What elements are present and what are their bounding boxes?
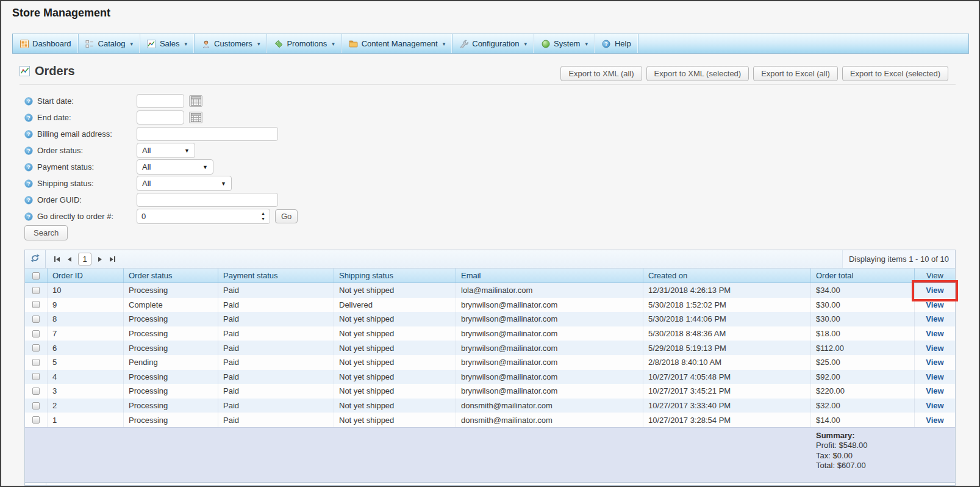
view-link[interactable]: View	[926, 329, 943, 338]
filter-row-billing-email: ?Billing email address:	[24, 126, 298, 142]
order-number-input[interactable]	[137, 210, 257, 223]
export-button-export-to-xml-selected[interactable]: Export to XML (selected)	[646, 66, 749, 81]
row-checkbox[interactable]	[32, 301, 40, 308]
nav-item-help[interactable]: ?Help	[595, 34, 638, 53]
row-checkbox[interactable]	[32, 287, 40, 294]
row-checkbox-cell	[25, 413, 48, 427]
next-page-button[interactable]	[97, 256, 103, 263]
column-header-order-status[interactable]: Order status	[124, 269, 218, 283]
view-link[interactable]: View	[926, 372, 943, 381]
chevron-down-icon: ▼	[184, 148, 190, 154]
export-button-export-to-excel-selected[interactable]: Export to Excel (selected)	[842, 66, 948, 81]
svg-text:?: ?	[27, 181, 30, 187]
orders-grid: 1 Displaying items 1 - 10 of 10 Order ID…	[24, 250, 956, 486]
cell-payment-status: Paid	[218, 413, 334, 427]
column-header-email[interactable]: Email	[456, 269, 643, 283]
row-checkbox-cell	[25, 384, 48, 399]
configuration-icon	[459, 39, 468, 48]
shipping-status-select[interactable]: All▼	[137, 176, 232, 191]
nav-item-customers[interactable]: Customers▾	[195, 34, 267, 53]
row-checkbox[interactable]	[32, 373, 40, 380]
column-header-view[interactable]: View	[915, 269, 956, 283]
svg-text:?: ?	[27, 164, 30, 170]
column-header-order-total[interactable]: Order total	[811, 269, 915, 283]
view-link[interactable]: View	[926, 401, 943, 410]
view-link[interactable]: View	[926, 416, 943, 425]
nav-item-configuration[interactable]: Configuration▾	[452, 34, 534, 53]
grid-header: Order IDOrder statusPayment statusShippi…	[25, 269, 955, 283]
row-checkbox[interactable]	[32, 316, 40, 323]
first-page-button[interactable]	[53, 255, 61, 263]
nav-item-sales[interactable]: Sales▾	[140, 34, 195, 53]
filter-label: Payment status:	[37, 162, 137, 171]
cell-order-id: 8	[48, 312, 124, 326]
start-date-input[interactable]	[137, 94, 184, 108]
previous-page-button[interactable]	[66, 256, 73, 263]
row-checkbox[interactable]	[32, 388, 40, 395]
dashboard-icon	[20, 39, 29, 48]
current-page-indicator[interactable]: 1	[78, 253, 91, 265]
row-checkbox[interactable]	[32, 416, 40, 424]
go-button[interactable]: Go	[275, 209, 298, 223]
export-button-export-to-excel-all[interactable]: Export to Excel (all)	[753, 66, 838, 81]
payment-status-select[interactable]: All▼	[137, 159, 213, 175]
column-header-order-id[interactable]: Order ID	[48, 269, 124, 283]
end-date-input[interactable]	[137, 110, 184, 124]
select-all-checkbox[interactable]	[32, 272, 40, 280]
view-cell: View	[915, 341, 956, 355]
row-checkbox[interactable]	[32, 330, 40, 337]
billing-email-input[interactable]	[137, 127, 278, 141]
cell-order-total: $25.00	[811, 355, 915, 370]
calendar-icon[interactable]	[189, 112, 202, 123]
summary-title: Summary:	[816, 431, 868, 441]
view-link[interactable]: View	[926, 358, 943, 367]
cell-created-on: 5/30/2018 8:48:36 AM	[643, 326, 811, 341]
spinner-arrows[interactable]: ▲▼	[257, 212, 270, 221]
nav-item-catalog[interactable]: Catalog▾	[79, 34, 140, 53]
cell-created-on: 5/30/2018 1:44:06 PM	[643, 312, 811, 326]
cell-order-id: 4	[48, 370, 124, 384]
column-header-payment-status[interactable]: Payment status	[218, 269, 334, 283]
row-checkbox[interactable]	[32, 359, 40, 366]
nav-item-dashboard[interactable]: Dashboard	[13, 34, 79, 53]
column-header-shipping-status[interactable]: Shipping status	[334, 269, 456, 283]
select-value: All	[142, 146, 151, 155]
cell-order-total: $32.00	[811, 399, 915, 413]
cell-order-status: Processing	[124, 413, 218, 427]
chevron-down-icon: ▾	[257, 41, 260, 47]
view-link[interactable]: View	[926, 386, 943, 395]
cell-order-id: 5	[48, 355, 124, 370]
export-button-export-to-xml-all[interactable]: Export to XML (all)	[560, 66, 642, 81]
cell-email: brynwilson@mailinator.com	[456, 341, 643, 355]
orders-heading-row: Orders	[20, 64, 75, 78]
row-checkbox[interactable]	[32, 402, 40, 409]
order-status-select[interactable]: All▼	[137, 143, 195, 158]
chevron-down-icon: ▾	[130, 41, 133, 47]
filter-row-payment-status: ?Payment status:All▼	[24, 159, 298, 175]
view-link[interactable]: View	[926, 286, 943, 295]
row-checkbox[interactable]	[32, 344, 40, 352]
nav-item-content-management[interactable]: Content Management▾	[342, 34, 453, 53]
table-row: 7ProcessingPaidNot yet shippedbrynwilson…	[25, 326, 955, 341]
nav-item-label: Catalog	[98, 39, 126, 48]
table-row: 3ProcessingPaidNot yet shippedbrynwilson…	[25, 384, 955, 399]
cell-order-total: $220.00	[811, 384, 915, 399]
view-cell: View	[915, 283, 956, 298]
filter-label: Billing email address:	[37, 129, 137, 139]
calendar-icon[interactable]	[189, 95, 202, 107]
column-header-created-on[interactable]: Created on	[643, 269, 811, 283]
refresh-button[interactable]	[25, 250, 46, 268]
order-guid-input[interactable]	[137, 193, 278, 207]
nav-item-label: Customers	[214, 39, 252, 48]
last-page-button[interactable]	[109, 255, 116, 263]
filter-control	[137, 127, 278, 141]
view-link[interactable]: View	[926, 344, 943, 353]
cell-payment-status: Paid	[218, 399, 334, 413]
nav-item-system[interactable]: System▾	[534, 34, 595, 53]
nav-item-promotions[interactable]: Promotions▾	[267, 34, 342, 53]
filter-control	[137, 193, 278, 207]
view-link[interactable]: View	[926, 300, 943, 309]
search-button[interactable]: Search	[24, 225, 68, 240]
view-link[interactable]: View	[926, 314, 943, 323]
table-row: 2ProcessingPaidNot yet shippeddonsmith@m…	[25, 399, 955, 413]
